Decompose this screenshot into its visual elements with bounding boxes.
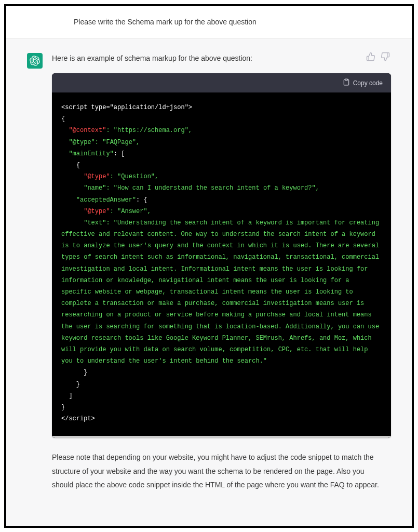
user-message: Please write the Schema mark up for the …	[6, 6, 412, 38]
code-val: : "How can I understand the search inten…	[106, 184, 319, 192]
assistant-content: Here is an example of schema markup for …	[52, 53, 391, 450]
copy-code-button[interactable]: Copy code	[343, 78, 383, 87]
feedback-controls	[366, 52, 390, 61]
code-line: </script>	[61, 415, 95, 422]
user-prompt-text: Please write the Schema mark up for the …	[74, 17, 391, 28]
code-val: : "Understanding the search intent of a …	[61, 219, 383, 365]
code-block: Copy code <script type="application/ld+j…	[52, 73, 391, 438]
assistant-intro-text: Here is an example of schema markup for …	[52, 53, 391, 64]
code-line: {	[76, 162, 80, 169]
code-val: : "Question",	[110, 173, 159, 180]
assistant-note: Please note that depending on your websi…	[27, 450, 391, 492]
code-val: : "Answer",	[110, 208, 151, 215]
code-val: : "https://schema.org",	[106, 127, 192, 134]
code-line: }	[84, 369, 87, 376]
code-val: : "FAQPage",	[95, 139, 140, 146]
code-line: ]	[69, 392, 72, 400]
assistant-row: Here is an example of schema markup for …	[27, 53, 391, 450]
code-val: : [	[114, 150, 125, 157]
assistant-message: Here is an example of schema markup for …	[6, 38, 412, 526]
code-line: <script type="application/ld+json">	[61, 104, 192, 111]
copy-code-label: Copy code	[353, 79, 383, 87]
assistant-avatar	[27, 53, 43, 69]
code-key: "@context"	[69, 127, 106, 134]
code-key: "@type"	[84, 208, 110, 215]
code-key: "acceptedAnswer"	[76, 196, 136, 204]
code-key: "mainEntity"	[69, 150, 113, 157]
thumbs-down-icon[interactable]	[381, 52, 390, 61]
code-key: "text"	[84, 219, 106, 227]
thumbs-up-icon[interactable]	[366, 52, 375, 61]
code-header: Copy code	[52, 73, 391, 92]
code-line: {	[61, 115, 65, 123]
code-key: "@type"	[84, 173, 110, 180]
code-key: "@type"	[69, 139, 95, 146]
svg-rect-0	[345, 79, 347, 80]
clipboard-icon	[343, 78, 350, 87]
app-frame: Please write the Schema mark up for the …	[4, 4, 414, 528]
code-line: }	[61, 404, 65, 411]
code-val: : {	[136, 196, 147, 204]
code-key: "name"	[84, 184, 106, 192]
code-line: }	[76, 381, 80, 388]
code-body[interactable]: <script type="application/ld+json"> { "@…	[52, 92, 391, 438]
